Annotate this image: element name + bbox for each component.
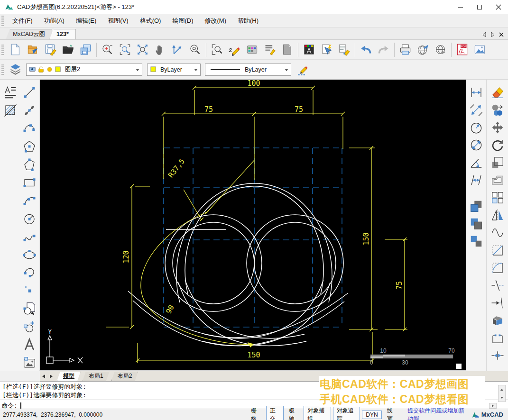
drawing-surface[interactable]: Y xyxy=(40,80,466,370)
draw-order-swap-button[interactable] xyxy=(467,232,486,250)
arc-continue-tool-button[interactable] xyxy=(20,264,39,282)
toggle-osnap[interactable]: 对象捕捉 xyxy=(304,406,331,420)
page-setup-button[interactable] xyxy=(278,41,296,58)
zoom-extents-button[interactable] xyxy=(134,41,151,58)
text-style-tool-button[interactable] xyxy=(1,83,20,101)
mirror-button[interactable] xyxy=(488,206,507,224)
trim-button[interactable] xyxy=(488,276,507,294)
circle-tool-button[interactable] xyxy=(20,210,39,228)
insert-image-button[interactable] xyxy=(471,41,489,58)
dim-aligned-button[interactable] xyxy=(467,101,486,119)
export-pdf-button[interactable]: PDF xyxy=(453,41,471,58)
print-button[interactable] xyxy=(397,41,414,58)
menu-modify[interactable]: 修改(M) xyxy=(199,15,232,27)
toggle-ortho[interactable]: 正交 xyxy=(266,406,284,420)
color-select[interactable]: ByLayer xyxy=(147,64,201,76)
tab-mxcad-cloud[interactable]: MxCAD云图 xyxy=(6,29,52,39)
layout-next-icon[interactable] xyxy=(47,373,55,380)
quick-select-button[interactable] xyxy=(318,41,335,58)
dim-spacing-button[interactable] xyxy=(467,171,486,189)
fillet-button[interactable] xyxy=(488,259,507,276)
scroll-down-icon[interactable] xyxy=(499,393,505,402)
scale-button[interactable] xyxy=(488,154,507,171)
open-folder-button[interactable] xyxy=(59,41,77,58)
region-tool-button[interactable] xyxy=(20,300,39,318)
web-open-button[interactable] xyxy=(432,41,449,58)
toggle-otrack[interactable]: 对象追踪 xyxy=(333,406,360,420)
undo-button[interactable] xyxy=(357,41,375,58)
tab-current-drawing[interactable]: 123* xyxy=(49,29,76,39)
array-button[interactable] xyxy=(488,189,507,206)
text-style-button[interactable] xyxy=(300,41,318,58)
insert-block-tool-button[interactable] xyxy=(20,318,39,336)
polyline-tool-button[interactable] xyxy=(20,155,39,173)
construction-line-tool-button[interactable] xyxy=(20,101,39,119)
scroll-right-icon[interactable] xyxy=(489,403,497,409)
dim-diameter-button[interactable] xyxy=(467,136,486,154)
copy-button[interactable] xyxy=(488,101,507,119)
tab-model[interactable]: 模型 xyxy=(57,372,81,381)
save-as-button[interactable] xyxy=(77,41,94,58)
close-button[interactable] xyxy=(489,0,508,14)
zoom-center-button[interactable] xyxy=(186,41,204,58)
save-button[interactable] xyxy=(42,41,59,58)
chamfer-button[interactable] xyxy=(488,241,507,259)
mtext-button[interactable] xyxy=(261,41,278,58)
redo-button[interactable] xyxy=(375,41,392,58)
ucs-axes-button[interactable] xyxy=(169,41,186,58)
menu-help[interactable]: 帮助(H) xyxy=(232,15,264,27)
scroll-up-icon[interactable] xyxy=(499,385,505,393)
menu-function[interactable]: 功能(A) xyxy=(38,15,70,27)
menu-file[interactable]: 文件(F) xyxy=(7,15,38,27)
tab-layout2[interactable]: 布局2 xyxy=(111,372,139,381)
menu-format[interactable]: 格式(O) xyxy=(134,15,167,27)
draw-order-back-button[interactable] xyxy=(467,215,486,232)
toggle-lineweight[interactable]: 线宽 xyxy=(384,406,400,420)
open-drawing-button[interactable] xyxy=(24,41,42,58)
ellipse-tool-button[interactable] xyxy=(20,246,39,264)
edit-properties-button[interactable] xyxy=(294,61,312,78)
command-scrollbar[interactable] xyxy=(498,385,506,402)
zoom-dynamic-button[interactable] xyxy=(99,41,116,58)
hatch-tool-button[interactable] xyxy=(1,101,20,119)
find-button[interactable] xyxy=(208,41,226,58)
linetype-select[interactable]: ByLayer xyxy=(205,64,291,76)
box-3d-button[interactable] xyxy=(488,311,507,329)
arc-3point-tool-button[interactable] xyxy=(20,192,39,210)
layer-manager-button[interactable] xyxy=(7,61,24,78)
dim-radius-button[interactable] xyxy=(467,119,486,136)
feedback-link[interactable]: 提交软件问题或增加新功能 xyxy=(407,407,466,420)
erase-button[interactable] xyxy=(488,83,507,101)
menu-draw[interactable]: 绘图(D) xyxy=(166,15,199,27)
layout-prev-icon[interactable] xyxy=(40,373,47,380)
tab-scroll-right-icon[interactable] xyxy=(490,31,496,39)
menu-view[interactable]: 视图(V) xyxy=(102,15,134,27)
move-button[interactable] xyxy=(488,119,507,136)
canvas-grip[interactable] xyxy=(456,364,462,369)
arc-tool-button[interactable] xyxy=(20,119,39,137)
new-button[interactable] xyxy=(7,41,24,58)
web-publish-button[interactable] xyxy=(414,41,432,58)
text-tool-button[interactable] xyxy=(20,336,39,354)
layer-select[interactable]: 图层2 xyxy=(26,64,142,76)
curve-button[interactable] xyxy=(488,224,507,241)
polygon-tool-button[interactable] xyxy=(20,137,39,155)
match-properties-button[interactable] xyxy=(335,41,353,58)
rotate-button[interactable] xyxy=(488,136,507,154)
color-palette-button[interactable] xyxy=(243,41,261,58)
maximize-button[interactable] xyxy=(470,0,489,14)
join-button[interactable] xyxy=(488,347,507,364)
tab-layout1[interactable]: 布局1 xyxy=(83,372,110,381)
zoom-window-button[interactable] xyxy=(116,41,134,58)
toggle-polar[interactable]: 极轴 xyxy=(286,406,302,420)
dim-linear-button[interactable] xyxy=(467,83,486,101)
offset-button[interactable] xyxy=(488,171,507,189)
image-tool-button[interactable] xyxy=(20,354,39,372)
menu-edit[interactable]: 编辑(E) xyxy=(70,15,102,27)
quick-draw-button[interactable] xyxy=(226,41,243,58)
toggle-dyn[interactable]: DYN xyxy=(362,411,381,419)
line-tool-button[interactable] xyxy=(20,83,39,101)
break-button[interactable] xyxy=(488,329,507,347)
extend-button[interactable] xyxy=(488,294,507,311)
drawing-canvas[interactable]: Y xyxy=(40,80,466,371)
